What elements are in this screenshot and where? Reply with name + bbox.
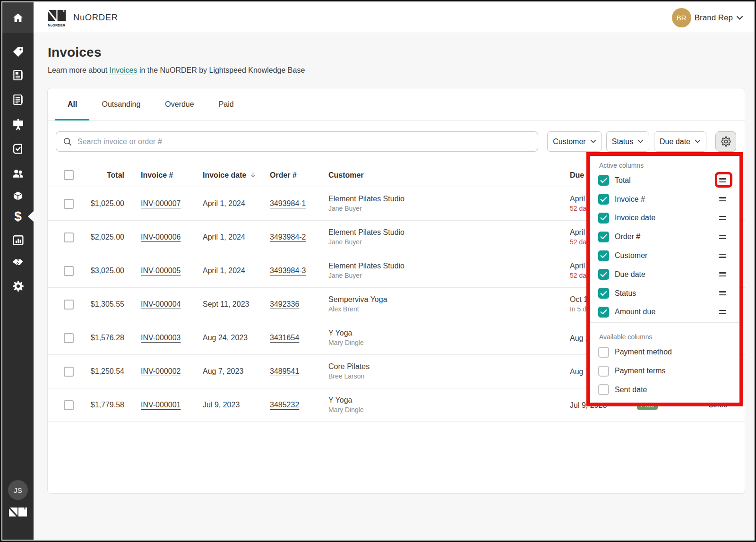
check-icon [600, 253, 607, 258]
filter-status[interactable]: Status [606, 131, 649, 152]
sidebar-item-linesheets[interactable] [2, 41, 34, 63]
drag-handle-icon[interactable] [719, 235, 726, 239]
unchecked-checkbox[interactable] [598, 384, 609, 395]
check-icon [600, 215, 607, 221]
header-invoice-date[interactable]: Invoice date [203, 171, 270, 180]
checked-checkbox[interactable] [598, 232, 609, 242]
column-option-amount-due[interactable]: Amount due [590, 303, 739, 322]
column-option-payment-terms[interactable]: Payment terms [590, 361, 739, 380]
invoice-link[interactable]: INV-000005 [141, 267, 181, 275]
header-order[interactable]: Order # [270, 171, 328, 180]
header-invoice[interactable]: Invoice # [124, 171, 203, 180]
column-option-label: Due date [615, 270, 645, 279]
column-option-customer[interactable]: Customer [590, 246, 739, 265]
sidebar-item-orders[interactable] [2, 138, 34, 160]
menu-divider [590, 322, 739, 323]
column-option-total[interactable]: Total [590, 171, 739, 190]
row-checkbox[interactable] [64, 300, 74, 310]
drag-handle-icon[interactable] [719, 178, 726, 182]
header-customer[interactable]: Customer [328, 171, 570, 180]
invoice-link[interactable]: INV-000002 [141, 367, 181, 375]
sidebar-item-customers[interactable] [2, 162, 34, 185]
sidebar-item-products[interactable] [2, 185, 34, 207]
sidebar-user-avatar[interactable]: JS [8, 480, 28, 500]
column-option-invoice-[interactable]: Invoice # [590, 190, 739, 209]
select-all-checkbox [48, 170, 80, 180]
drag-handle-icon[interactable] [719, 272, 726, 276]
sidebar-item-reports[interactable] [2, 229, 34, 251]
row-checkbox[interactable] [64, 232, 74, 242]
order-link[interactable]: 3493984-1 [270, 199, 306, 207]
row-checkbox[interactable] [64, 367, 74, 377]
header-total[interactable]: Total [80, 171, 124, 180]
tab-overdue[interactable]: Overdue [153, 88, 206, 120]
presentation-icon [12, 118, 25, 131]
row-checkbox[interactable] [64, 333, 74, 343]
invoice-link[interactable]: INV-000006 [141, 233, 181, 241]
row-checkbox[interactable] [64, 266, 74, 276]
tab-outsanding[interactable]: Outsanding [89, 88, 153, 120]
invoice-link[interactable]: INV-000004 [141, 300, 181, 308]
column-option-label: Sent date [615, 386, 647, 394]
settings-icon [12, 280, 25, 293]
customer-cell: Semperviva YogaAlex Brent [328, 294, 570, 314]
row-checkbox[interactable] [64, 400, 74, 410]
invoices-kb-link[interactable]: Invoices [110, 66, 137, 74]
sidebar-item-home[interactable] [2, 2, 34, 33]
checked-checkbox[interactable] [598, 288, 609, 299]
user-avatar[interactable]: BR [672, 8, 691, 27]
total-cell: $1,250.54 [80, 367, 124, 376]
sidebar-item-presentations[interactable] [2, 113, 34, 136]
sort-desc-icon [249, 172, 257, 179]
column-option-sent-date[interactable]: Sent date [590, 380, 739, 399]
order-link[interactable]: 3492336 [270, 300, 299, 308]
user-menu[interactable]: BR Brand Rep [672, 2, 743, 33]
order-link[interactable]: 3485232 [270, 401, 299, 409]
checked-checkbox[interactable] [598, 250, 609, 261]
column-option-due-date[interactable]: Due date [590, 265, 739, 284]
tab-paid[interactable]: Paid [206, 88, 246, 120]
column-option-invoice-date[interactable]: Invoice date [590, 209, 739, 228]
search-box [56, 131, 538, 152]
sidebar-item-catalogs[interactable] [2, 88, 34, 111]
tab-all[interactable]: All [55, 88, 89, 120]
invoice-cell: INV-000007 [124, 199, 203, 208]
nuorder-logo-icon[interactable]: NuORDER [48, 10, 67, 29]
checked-checkbox[interactable] [598, 269, 609, 280]
order-link[interactable]: 3489541 [270, 367, 299, 375]
sidebar-item-lookbooks[interactable] [2, 64, 34, 86]
checked-checkbox[interactable] [598, 213, 609, 224]
filter-customer[interactable]: Customer [547, 131, 602, 152]
column-option-order-[interactable]: Order # [590, 227, 739, 246]
drag-handle-icon[interactable] [719, 197, 726, 201]
invoice-link[interactable]: INV-000001 [141, 401, 181, 409]
order-link[interactable]: 3493984-3 [270, 267, 306, 275]
column-settings-button[interactable] [715, 131, 736, 152]
checked-checkbox[interactable] [598, 194, 609, 205]
customer-name: Y Yoga [328, 395, 570, 405]
select-all-checkbox[interactable] [64, 170, 74, 180]
customer-cell: Element Pilates StudioJane Buyer [328, 194, 570, 214]
column-option-status[interactable]: Status [590, 284, 739, 303]
drag-handle-icon[interactable] [719, 291, 726, 295]
filter-due-date[interactable]: Due date [654, 131, 706, 152]
invoice-link[interactable]: INV-000003 [141, 334, 181, 342]
unchecked-checkbox[interactable] [598, 347, 609, 358]
order-link[interactable]: 3493984-2 [270, 233, 306, 241]
column-option-payment-method[interactable]: Payment method [590, 343, 739, 361]
sidebar-item-settings[interactable] [2, 275, 34, 297]
invoice-link[interactable]: INV-000007 [141, 199, 181, 207]
column-option-label: Customer [615, 251, 647, 260]
sidebar-item-connections[interactable] [2, 251, 34, 274]
drag-handle-icon[interactable] [719, 254, 726, 258]
total-cell: $2,025.00 [80, 233, 124, 241]
checked-checkbox[interactable] [598, 307, 609, 318]
checked-checkbox[interactable] [598, 175, 609, 186]
search-input[interactable] [77, 138, 538, 146]
row-checkbox[interactable] [64, 199, 74, 209]
drag-handle-icon[interactable] [719, 216, 726, 220]
unchecked-checkbox[interactable] [598, 366, 609, 377]
order-link[interactable]: 3431654 [270, 334, 299, 342]
drag-handle-icon[interactable] [719, 310, 726, 314]
row-select-cell [48, 367, 80, 377]
